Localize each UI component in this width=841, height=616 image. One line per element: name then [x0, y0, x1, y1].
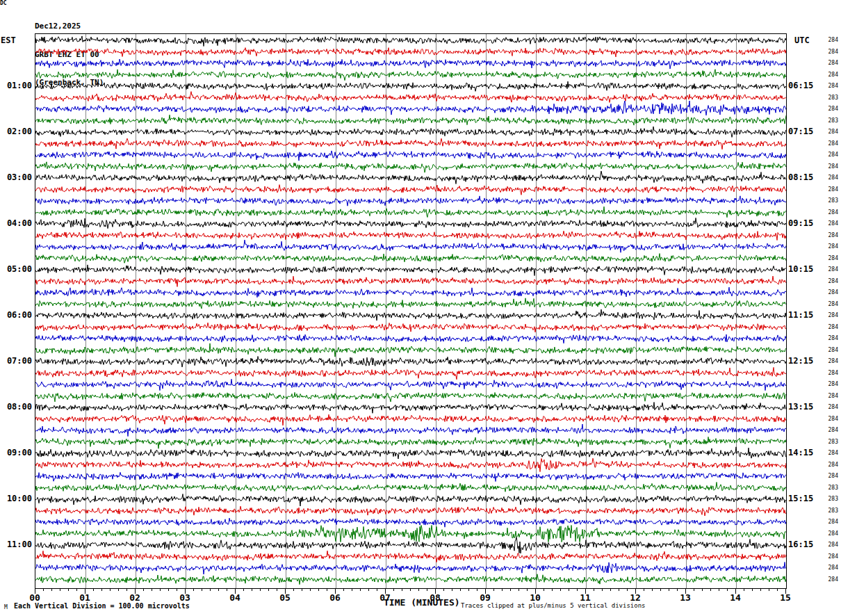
dc-offset-value: 284 — [823, 381, 838, 387]
seismo-trace — [35, 231, 786, 240]
x-axis-title: TIME (MINUTES) — [384, 597, 460, 608]
dc-offset-value: 284 — [823, 312, 838, 318]
dc-offset-value: 283 — [823, 95, 838, 101]
dc-offset-value: 284 — [823, 186, 838, 193]
dc-offset-value: 284 — [823, 393, 838, 399]
dc-offset-value: 284 — [823, 243, 838, 250]
dc-offset-value: 284 — [823, 278, 838, 284]
dc-offset-value: 284 — [823, 152, 838, 158]
minute-ticks — [35, 588, 787, 595]
seismo-trace — [35, 414, 786, 425]
dc-offset-value: 284 — [823, 175, 838, 181]
trace-canvas — [35, 34, 786, 588]
seismo-trace — [35, 48, 786, 57]
seismo-trace — [35, 562, 786, 575]
dc-offset-value: 284 — [823, 140, 838, 147]
dc-offset-value: 284 — [823, 220, 838, 227]
seismo-trace — [35, 36, 786, 47]
dc-offset-value: 284 — [823, 565, 838, 571]
dc-column-label: DC — [0, 0, 841, 6]
dc-offset-value: 284 — [823, 209, 838, 216]
seismo-trace — [35, 392, 786, 402]
heliplot-page: Dec12,2025 GRBT EHZ ET 00 (Greenback, TN… — [0, 0, 841, 616]
seismo-trace — [35, 472, 786, 481]
dc-offset-value: 284 — [823, 324, 838, 330]
dc-offset-value: 284 — [823, 232, 838, 238]
right-time-label: 15:15 — [788, 494, 819, 503]
seismo-trace — [35, 92, 786, 103]
dc-offset-value: 284 — [823, 289, 838, 295]
dc-offset-value: 284 — [823, 462, 838, 468]
seismo-trace — [35, 379, 786, 390]
seismo-trace — [35, 526, 786, 542]
minute-gridlines — [86, 34, 737, 588]
seismo-trace — [35, 403, 786, 414]
date-title: Dec12,2025 — [35, 22, 104, 31]
seismo-trace — [35, 101, 786, 115]
seismo-trace — [35, 574, 786, 585]
left-time-label: 07:00 — [0, 357, 32, 365]
left-time-label: 09:00 — [0, 448, 32, 457]
dc-offset-value: 284 — [823, 83, 838, 89]
right-time-label: 10:15 — [788, 265, 819, 273]
seismo-trace — [35, 518, 786, 527]
minute-tick-label: 03 — [174, 592, 195, 603]
right-time-label: 09:15 — [788, 219, 819, 227]
seismo-trace — [35, 196, 786, 206]
dc-offset-value: 284 — [823, 106, 838, 112]
seismo-trace — [35, 506, 786, 516]
seismo-trace — [35, 162, 786, 172]
dc-offset-value: 283 — [823, 496, 838, 502]
seismo-trace — [35, 367, 786, 379]
seismo-trace — [35, 185, 786, 195]
left-time-label: 04:00 — [0, 219, 32, 227]
seismo-trace — [35, 218, 786, 228]
seismo-trace — [35, 537, 786, 553]
seismo-trace — [35, 494, 786, 507]
right-time-label: 13:15 — [788, 403, 819, 411]
dc-offset-value: 283 — [823, 197, 838, 204]
minute-tick-label: 04 — [224, 592, 245, 603]
left-time-label: 02:00 — [0, 127, 32, 136]
minute-tick-label: 06 — [325, 592, 345, 603]
minute-tick-label: 01 — [74, 592, 95, 603]
seismo-trace — [35, 323, 786, 332]
dc-offset-value: 284 — [823, 553, 838, 560]
dc-offset-value: 283 — [823, 485, 838, 491]
minute-tick-label: 10 — [525, 592, 546, 603]
seismo-trace — [35, 551, 786, 562]
dc-offset-value: 283 — [823, 508, 838, 514]
scale-note: Each Vertical Division = 100.00 microvol… — [14, 602, 190, 610]
minute-tick-label: 12 — [625, 592, 646, 603]
dc-offset-value: 284 — [823, 72, 838, 78]
seismo-trace — [35, 81, 786, 91]
right-time-label: 11:15 — [788, 311, 819, 319]
right-time-label: 06:15 — [788, 81, 819, 90]
dc-offset-value: 284 — [823, 335, 838, 341]
left-time-label: 06:00 — [0, 311, 32, 319]
seismo-trace — [35, 276, 786, 286]
dc-offset-value: 284 — [823, 450, 838, 456]
clip-note: Traces clipped at plus/minus 5 vertical … — [461, 602, 646, 609]
dc-offset-value: 284 — [823, 404, 838, 410]
seismo-trace — [35, 151, 786, 161]
dc-offset-value: 284 — [823, 49, 838, 55]
minute-tick-label: 00 — [24, 592, 45, 603]
left-time-label: 03:00 — [0, 173, 32, 181]
dc-offset-value: 284 — [823, 358, 838, 364]
minute-tick-label: 09 — [475, 592, 496, 603]
right-axis-label: UTC — [794, 35, 810, 45]
seismo-trace — [35, 171, 786, 184]
dc-offset-value: 284 — [823, 542, 838, 548]
dc-offset-value: 284 — [823, 576, 838, 583]
right-time-label: 12:15 — [788, 357, 819, 365]
right-time-label: 16:15 — [788, 540, 819, 549]
seismo-trace — [35, 265, 786, 276]
seismo-trace — [35, 240, 786, 252]
seismo-trace — [35, 424, 786, 437]
dc-offset-value: 284 — [823, 301, 838, 307]
right-time-label: 07:15 — [788, 127, 819, 136]
watermark-mark: M — [4, 604, 8, 610]
dc-offset-value: 284 — [823, 370, 838, 376]
minute-tick-label: 13 — [675, 592, 696, 603]
